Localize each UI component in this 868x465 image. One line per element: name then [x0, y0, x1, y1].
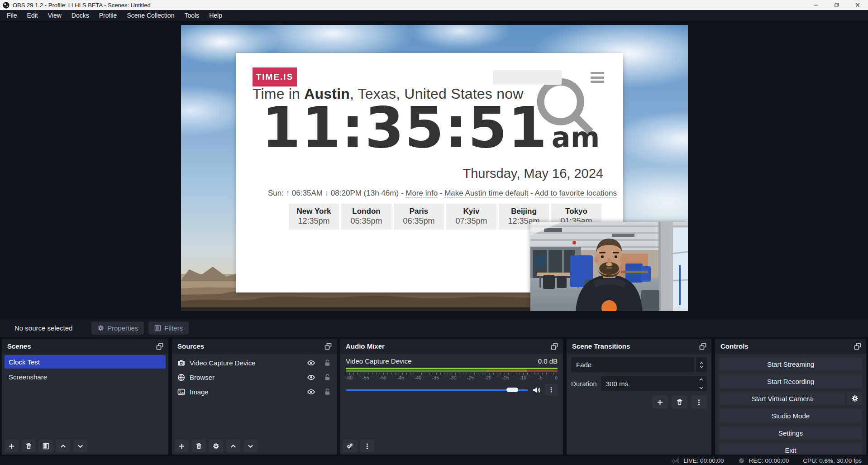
- remove-source-button[interactable]: [192, 440, 206, 452]
- trash-icon: [25, 443, 32, 450]
- transition-properties-button[interactable]: [691, 395, 707, 409]
- statusbar: LIVE: 00:00:00 REC: 00:00:00 CPU: 0.6%, …: [0, 456, 868, 465]
- menu-tools[interactable]: Tools: [179, 10, 204, 21]
- menu-profile[interactable]: Profile: [94, 10, 122, 21]
- close-button[interactable]: [847, 0, 868, 10]
- menu-view[interactable]: View: [43, 10, 67, 21]
- make-default-link[interactable]: Make Austin time default: [444, 189, 528, 198]
- duration-input[interactable]: 300 ms: [601, 376, 707, 391]
- popout-icon[interactable]: [698, 342, 707, 351]
- chevron-up-icon[interactable]: [699, 378, 704, 381]
- add-favorite-link[interactable]: Add to favorite locations: [535, 189, 617, 198]
- gears-icon: [347, 443, 353, 450]
- window-controls: [806, 0, 868, 10]
- move-scene-down-button[interactable]: [73, 440, 87, 452]
- city-paris[interactable]: Paris06:35pm: [394, 204, 444, 230]
- source-row-video-capture[interactable]: Video Capture Device: [172, 355, 337, 370]
- clock-ampm: am: [552, 121, 600, 154]
- selected-source-status: No source selected: [14, 324, 91, 332]
- start-streaming-button[interactable]: Start Streaming: [719, 357, 862, 371]
- properties-button[interactable]: Properties: [91, 321, 144, 335]
- source-properties-button[interactable]: [209, 440, 223, 452]
- date-display: Thursday, May 16, 2024: [463, 166, 603, 181]
- preview-canvas[interactable]: TIME.IS Time in Austin, Texas, United St…: [181, 25, 688, 311]
- advanced-audio-button[interactable]: [343, 440, 357, 452]
- remove-transition-button[interactable]: [672, 395, 687, 409]
- meter-tick-labels: -60-55-50-45-40-35-30-25-20-15-10-50: [346, 375, 558, 380]
- timeis-logo[interactable]: TIME.IS: [253, 67, 297, 86]
- lock-icon[interactable]: [324, 359, 331, 367]
- menu-file[interactable]: File: [2, 10, 22, 21]
- add-transition-button[interactable]: [652, 395, 668, 409]
- transition-select-spinner[interactable]: [696, 357, 707, 372]
- settings-button[interactable]: Settings: [719, 426, 862, 440]
- menu-docks[interactable]: Docks: [67, 10, 94, 21]
- rec-timer: REC: 00:00:00: [749, 457, 789, 464]
- controls-panel: Controls Start Streaming Start Recording…: [715, 339, 866, 455]
- move-source-down-button[interactable]: [243, 440, 258, 452]
- filters-button[interactable]: Filters: [148, 321, 189, 335]
- visibility-eye-icon[interactable]: [307, 388, 315, 396]
- move-scene-up-button[interactable]: [56, 440, 70, 452]
- add-scene-button[interactable]: [5, 440, 19, 452]
- rec-status-icon: [738, 457, 745, 464]
- source-row-image[interactable]: Image: [172, 384, 337, 399]
- restore-button[interactable]: [826, 0, 847, 10]
- popout-icon[interactable]: [550, 342, 559, 351]
- transition-select[interactable]: Fade: [571, 357, 694, 372]
- start-recording-button[interactable]: Start Recording: [719, 374, 862, 388]
- chevron-down-icon[interactable]: [699, 386, 704, 390]
- visibility-eye-icon[interactable]: [307, 374, 315, 381]
- gear-icon: [97, 325, 104, 331]
- more-info-link[interactable]: More info: [405, 189, 438, 198]
- source-row-browser[interactable]: Browser: [172, 370, 337, 384]
- city-london[interactable]: London05:35pm: [341, 204, 391, 230]
- filters-icon: [154, 325, 161, 331]
- start-virtual-camera-button[interactable]: Start Virtual Camera: [719, 392, 845, 405]
- scene-item-clock-test[interactable]: Clock Test: [5, 355, 166, 369]
- webcam-overlay[interactable]: [530, 222, 688, 311]
- scene-filters-button[interactable]: [39, 440, 53, 452]
- gear-icon: [213, 443, 219, 450]
- audio-mixer-panel-title: Audio Mixer: [346, 342, 385, 350]
- hamburger-menu-icon[interactable]: [591, 72, 604, 83]
- city-kyiv[interactable]: Kyiv07:35pm: [446, 204, 496, 230]
- visibility-eye-icon[interactable]: [307, 359, 315, 367]
- dock-area: Scenes Clock Test Screenshare Sources: [0, 337, 868, 456]
- studio-mode-button[interactable]: Studio Mode: [719, 409, 862, 422]
- popout-icon[interactable]: [853, 342, 862, 351]
- add-source-button[interactable]: [175, 440, 189, 452]
- lock-icon[interactable]: [324, 388, 331, 396]
- volume-slider[interactable]: [346, 387, 528, 393]
- remove-scene-button[interactable]: [22, 440, 36, 452]
- plus-icon: [657, 399, 663, 406]
- scene-transitions-panel-title: Scene Transitions: [572, 342, 630, 350]
- menu-edit[interactable]: Edit: [22, 10, 43, 21]
- move-source-up-button[interactable]: [226, 440, 240, 452]
- volume-slider-handle[interactable]: [506, 388, 518, 392]
- speaker-icon[interactable]: [532, 386, 541, 394]
- popout-icon[interactable]: [324, 342, 333, 351]
- audio-level-meter: [346, 368, 558, 374]
- scene-item-screenshare[interactable]: Screenshare: [5, 370, 166, 384]
- clock-digits: 11:35:51: [262, 93, 548, 163]
- city-new-york[interactable]: New York12:35pm: [289, 204, 339, 230]
- menu-scene-collection[interactable]: Scene Collection: [122, 10, 179, 21]
- sun-info-line: Sun: ↑ 06:35AM ↓ 08:20PM (13h 46m) - Mor…: [236, 189, 623, 198]
- search-input[interactable]: [493, 70, 562, 85]
- live-status-icon: [672, 457, 679, 464]
- sources-panel: Sources Video Capture Device Browser: [172, 339, 337, 455]
- mixer-options-button[interactable]: [545, 384, 558, 396]
- lock-icon[interactable]: [324, 374, 331, 381]
- exit-button[interactable]: Exit: [719, 443, 862, 455]
- popout-icon[interactable]: [155, 342, 164, 351]
- obs-window: OBS 29.1.2 - Profile: LLHLS BETA - Scene…: [0, 0, 868, 465]
- chevron-up-icon: [60, 443, 67, 450]
- mixer-menu-button[interactable]: [360, 440, 374, 452]
- scenes-panel-title: Scenes: [7, 342, 31, 350]
- kebab-icon: [364, 443, 371, 450]
- sources-panel-title: Sources: [177, 342, 204, 350]
- minimize-button[interactable]: [806, 0, 826, 10]
- virtual-camera-settings-button[interactable]: [847, 392, 862, 405]
- menu-help[interactable]: Help: [204, 10, 227, 21]
